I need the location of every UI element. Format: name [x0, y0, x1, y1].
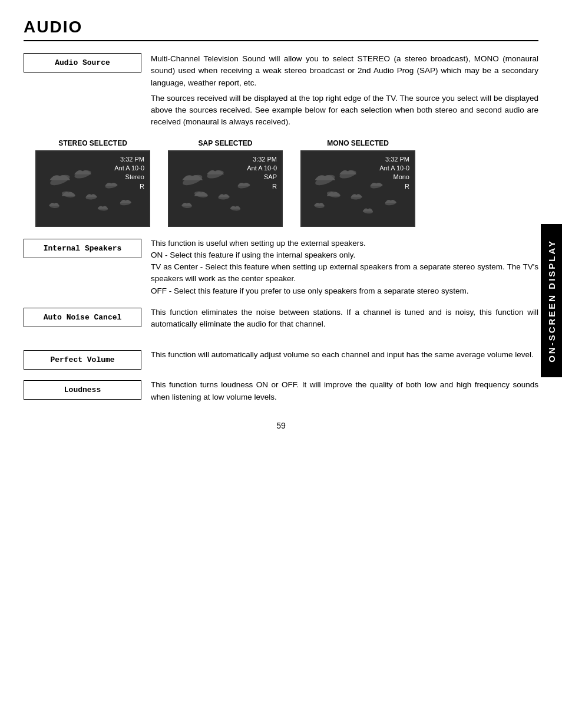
stereo-label: STEREO SELECTED	[58, 139, 127, 147]
internal-speakers-label: Internal Speakers	[24, 239, 141, 258]
stereo-overlay-text: 3:32 PM Ant A 10-0 Stereo R	[114, 155, 144, 192]
mono-display-item: MONO SELECTED	[300, 139, 415, 227]
display-examples-row: STEREO SELECTED	[24, 139, 538, 227]
audio-source-label: Audio Source	[24, 53, 141, 73]
stereo-tv-screen: 3:32 PM Ant A 10-0 Stereo R	[35, 150, 150, 227]
mono-overlay-text: 3:32 PM Ant A 10-0 Mono R	[379, 155, 409, 192]
mono-tv-screen: 3:32 PM Ant A 10-0 Mono R	[300, 150, 415, 227]
audio-source-description: Multi-Channel Television Sound will allo…	[151, 53, 538, 129]
auto-noise-cancel-label: Auto Noise Cancel	[24, 308, 141, 327]
loudness-description: This function turns loudness ON or OFF. …	[151, 379, 538, 403]
page-title: AUDIO	[24, 18, 538, 41]
sap-label: SAP SELECTED	[199, 139, 253, 147]
loudness-section: Loudness This function turns loudness ON…	[24, 379, 538, 403]
perfect-volume-label: Perfect Volume	[24, 350, 141, 370]
auto-noise-cancel-description: This function eliminates the noise betwe…	[151, 307, 538, 331]
internal-speakers-description: This function is useful when setting up …	[151, 238, 538, 297]
mono-label: MONO SELECTED	[327, 139, 389, 147]
perfect-volume-section: Perfect Volume This function will automa…	[24, 349, 538, 370]
sap-display-item: SAP SELECTED	[168, 139, 283, 227]
stereo-display-item: STEREO SELECTED	[35, 139, 150, 227]
page-number: 59	[24, 421, 538, 430]
audio-source-section: Audio Source Multi-Channel Television So…	[24, 53, 538, 129]
side-label-container: ON-SCREEN DISPLAY	[541, 224, 562, 377]
perfect-volume-description: This function will automatically adjust …	[151, 349, 538, 361]
internal-speakers-section: Internal Speakers This function is usefu…	[24, 238, 538, 297]
side-label: ON-SCREEN DISPLAY	[547, 239, 557, 363]
auto-noise-cancel-section: Auto Noise Cancel This function eliminat…	[24, 307, 538, 331]
loudness-label: Loudness	[24, 380, 141, 400]
sap-tv-screen: 3:32 PM Ant A 10-0 SAP R	[168, 150, 283, 227]
sap-overlay-text: 3:32 PM Ant A 10-0 SAP R	[247, 155, 277, 192]
